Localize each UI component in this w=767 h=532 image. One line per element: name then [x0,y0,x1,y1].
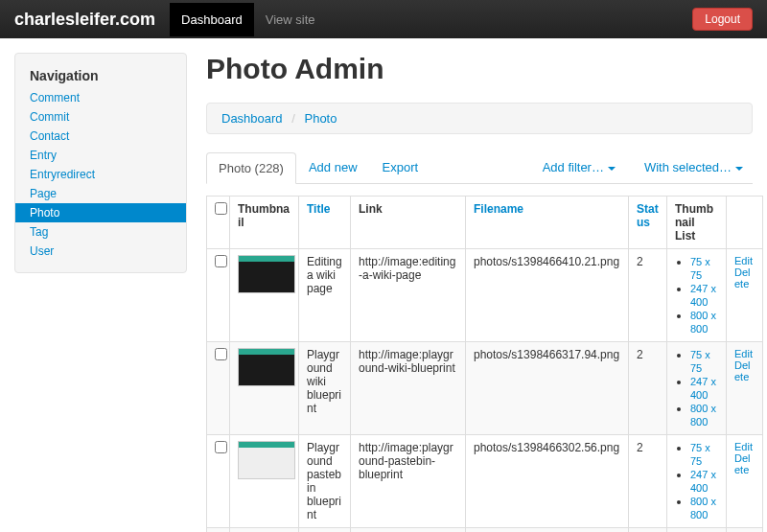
cell-title: Playground wiki blueprint [299,342,351,435]
row-checkbox[interactable] [215,348,227,360]
table-row: Editing a wiki pagehttp://image:editing-… [207,249,763,342]
edit-link[interactable]: Edit [734,348,755,359]
th-status[interactable]: Status [637,202,659,229]
brand[interactable]: charlesleifer.com [14,10,155,30]
cell-link: http://image:editing-a-wiki-page [351,249,466,342]
th-title[interactable]: Title [307,202,330,216]
sidebar-item-user[interactable]: User [15,242,186,261]
cell-filename: photos/s1398466302.56.png [466,435,629,528]
caret-icon [735,167,743,171]
add-filter-dropdown[interactable]: Add filter… [533,152,625,182]
edit-link[interactable]: Edit [734,441,755,452]
th-thumblist: Thumbnail List [667,197,727,249]
cell-filename: photos/s1398465782.62.png [466,528,629,533]
cell-status: 2 [629,342,667,435]
th-thumbnail: Thumbnail [230,197,299,249]
cell-status: 2 [629,435,667,528]
delete-link[interactable]: Delete [734,266,755,289]
delete-link[interactable]: Delete [734,452,755,475]
thumb-size-link[interactable]: 75 x 75 [690,256,710,281]
thumb-size-link[interactable]: 75 x 75 [690,442,710,467]
sidebar-item-entryredirect[interactable]: Entryredirect [15,165,186,184]
sidebar-item-contact[interactable]: Contact [15,127,186,146]
thumbnail-image[interactable] [238,441,295,479]
tabs: Photo (228) Add new Export Add filter… W… [206,151,753,184]
thumbnail-image[interactable] [238,255,295,293]
breadcrumb: Dashboard / Photo [206,103,753,134]
cell-title: Playground pastebin blueprint [299,435,351,528]
thumb-size-list: 75 x 75247 x 400800 x 800 [675,255,718,335]
th-link: Link [351,197,466,249]
nav-dashboard[interactable]: Dashboard [170,3,254,36]
sidebar-item-photo[interactable]: Photo [15,203,186,222]
tab-export[interactable]: Export [370,151,431,183]
cell-title: Editing a wiki page [299,249,351,342]
row-checkbox[interactable] [215,441,227,453]
navbar: charlesleifer.com Dashboard View site Lo… [0,0,767,38]
sidebar-item-page[interactable]: Page [15,184,186,203]
table-row: Playground pastebin blueprinthttp://imag… [207,435,763,528]
logout-button[interactable]: Logout [692,8,753,31]
thumb-size-link[interactable]: 75 x 75 [690,349,710,374]
cell-link: http://image:playground-wiki-blueprint [351,342,466,435]
breadcrumb-current[interactable]: Photo [304,111,337,126]
thumb-size-link[interactable]: 800 x 800 [690,403,716,428]
cell-status: 2 [629,528,667,533]
thumb-size-list: 75 x 75247 x 400800 x 800 [675,441,718,521]
sidebar-header: Navigation [15,65,186,88]
thumb-size-list: 75 x 75247 x 400800 x 800 [675,348,718,428]
sidebar-item-commit[interactable]: Commit [15,107,186,127]
table-row: Playground wiki blueprinthttp://image:pl… [207,342,763,435]
table-row: Bookmark app in playgroundhttp://image:b… [207,528,763,533]
thumb-size-link[interactable]: 800 x 800 [690,310,716,335]
page-title: Photo Admin [206,53,753,85]
cell-status: 2 [629,249,667,342]
cell-link: http://image:bookmark-app-in-playground [351,528,466,533]
sidebar-item-entry[interactable]: Entry [15,146,186,165]
main: Photo Admin Dashboard / Photo Photo (228… [206,53,753,532]
cell-filename: photos/s1398466317.94.png [466,342,629,435]
sidebar: Navigation CommentCommitContactEntryEntr… [14,53,187,532]
tab-photo[interactable]: Photo (228) [206,152,296,184]
caret-icon [608,167,616,171]
tab-add-new[interactable]: Add new [296,151,370,183]
cell-filename: photos/s1398466410.21.png [466,249,629,342]
thumb-size-link[interactable]: 800 x 800 [690,496,716,520]
cell-link: http://image:playground-pastebin-bluepri… [351,435,466,528]
data-table: Thumbnail Title Link Filename Status Thu… [206,196,763,532]
cell-title: Bookmark app in playground [299,528,351,533]
thumb-size-link[interactable]: 247 x 400 [690,469,716,494]
thumb-size-link[interactable]: 247 x 400 [690,376,716,401]
edit-link[interactable]: Edit [734,255,755,266]
select-all-checkbox[interactable] [215,202,227,215]
row-checkbox[interactable] [215,255,227,267]
sidebar-item-tag[interactable]: Tag [15,222,186,242]
thumbnail-image[interactable] [238,348,295,386]
breadcrumb-dashboard[interactable]: Dashboard [221,111,283,126]
breadcrumb-sep: / [291,111,295,126]
with-selected-dropdown[interactable]: With selected… [635,152,753,182]
delete-link[interactable]: Delete [734,359,755,382]
sidebar-item-comment[interactable]: Comment [15,88,186,107]
thumb-size-link[interactable]: 247 x 400 [690,283,716,308]
nav-view-site[interactable]: View site [254,3,327,36]
th-filename[interactable]: Filename [474,202,523,216]
